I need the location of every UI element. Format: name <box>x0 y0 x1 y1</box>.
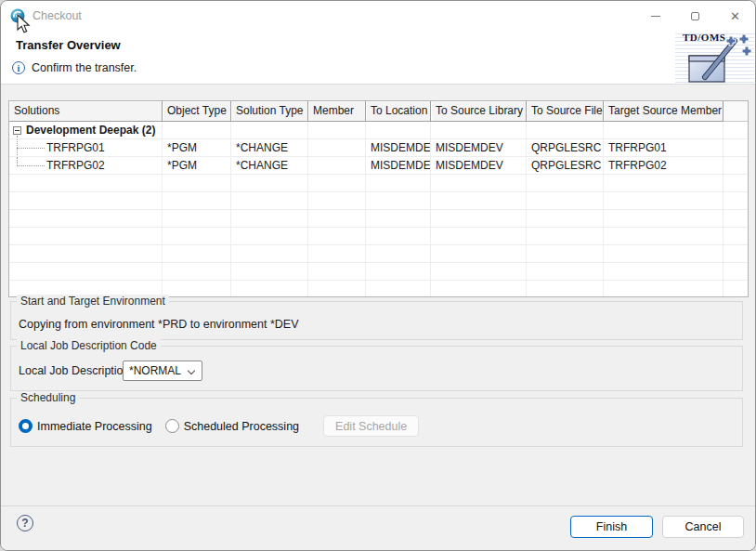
environment-group: Start and Target Environment Copying fro… <box>10 301 743 340</box>
empty-table-row <box>9 175 748 192</box>
cell: *CHANGE <box>231 139 308 157</box>
finish-button[interactable]: Finish <box>570 516 653 538</box>
cell: QRPGLESRC <box>527 139 604 157</box>
radio-icon-scheduled <box>165 419 179 433</box>
cell-filler <box>723 192 748 210</box>
column-header-target-source-member[interactable]: Target Source Member <box>604 101 723 122</box>
cell <box>431 175 527 192</box>
solutions-table: SolutionsObject TypeSolution TypeMemberT… <box>8 100 749 297</box>
environment-group-title: Start and Target Environment <box>17 295 169 308</box>
cell-filler <box>723 175 748 192</box>
table-row-trfrpg02[interactable]: TRFRPG02*PGM*CHANGEMISDEMDEVMISDEMDEVQRP… <box>9 157 748 175</box>
cell <box>604 210 723 228</box>
column-header-solutions[interactable]: Solutions <box>9 101 163 122</box>
cell <box>431 263 527 281</box>
cell <box>527 263 604 281</box>
scheduling-group-title: Scheduling <box>17 391 79 404</box>
column-header-to-location[interactable]: To Location <box>366 101 431 122</box>
cell <box>308 210 366 228</box>
tree-line <box>17 148 45 149</box>
cell <box>308 228 366 245</box>
dialog-header: Transfer Overview i Confirm the transfer… <box>1 31 755 85</box>
cell <box>604 122 723 139</box>
cell <box>9 192 163 210</box>
cell-filler <box>723 281 748 297</box>
column-header-filler <box>723 101 748 122</box>
chevron-down-icon <box>188 367 195 374</box>
cell <box>9 210 163 228</box>
cell <box>366 210 431 228</box>
header-message: Confirm the transfer. <box>32 61 137 74</box>
cell <box>163 122 231 139</box>
cell: *CHANGE <box>231 157 308 175</box>
table-header-row: SolutionsObject TypeSolution TypeMemberT… <box>9 101 748 122</box>
cell <box>9 245 163 263</box>
cell <box>604 175 723 192</box>
column-header-to-source-library[interactable]: To Source Library <box>431 101 527 122</box>
radio-immediate-processing[interactable]: Immediate Processing <box>19 419 152 433</box>
radio-scheduled-processing[interactable]: Scheduled Processing <box>165 419 299 433</box>
cell: TRFRPG01 <box>9 139 163 157</box>
cell <box>308 139 366 157</box>
column-header-object-type[interactable]: Object Type <box>163 101 231 122</box>
cell <box>231 245 308 263</box>
cell <box>604 228 723 245</box>
help-button[interactable]: ? <box>17 515 33 531</box>
close-button[interactable]: ✕ <box>715 1 755 31</box>
job-group-title: Local Job Description Code <box>17 339 161 352</box>
info-icon: i <box>12 61 25 74</box>
cell <box>527 210 604 228</box>
cell-filler <box>723 228 748 245</box>
solution-name: TRFRPG02 <box>46 159 105 172</box>
cell: MISDEMDEV <box>431 139 527 157</box>
job-description-group: Local Job Description Code Local Job Des… <box>10 346 743 391</box>
cell <box>231 228 308 245</box>
column-header-to-source-file[interactable]: To Source File <box>527 101 604 122</box>
table-row-trfrpg01[interactable]: TRFRPG01*PGM*CHANGEMISDEMDEVMISDEMDEVQRP… <box>9 139 748 157</box>
cell <box>308 175 366 192</box>
cell <box>604 192 723 210</box>
cancel-button[interactable]: Cancel <box>662 516 744 538</box>
cell <box>231 122 308 139</box>
job-description-select[interactable]: *NORMAL <box>123 361 202 381</box>
cell-filler <box>723 263 748 281</box>
column-header-member[interactable]: Member <box>308 101 366 122</box>
cell: MISDEMDEV <box>366 157 431 175</box>
tree-group-row[interactable]: Development Deepak (2) <box>9 122 748 139</box>
cell <box>604 245 723 263</box>
cell <box>366 122 431 139</box>
cell <box>163 192 231 210</box>
cell <box>308 245 366 263</box>
tree-line <box>17 165 45 166</box>
cell <box>366 228 431 245</box>
solution-name: TRFRPG01 <box>46 141 105 154</box>
empty-table-row <box>9 192 748 210</box>
cell: Development Deepak (2) <box>9 122 163 139</box>
cell <box>163 263 231 281</box>
cell <box>231 263 308 281</box>
cell <box>231 175 308 192</box>
cell: TRFRPG02 <box>9 157 163 175</box>
empty-table-row <box>9 245 748 263</box>
cell <box>527 175 604 192</box>
minimize-button[interactable] <box>635 1 675 31</box>
radio-icon-immediate <box>19 419 33 433</box>
cell-filler <box>723 139 748 157</box>
maximize-button[interactable] <box>675 1 715 31</box>
cell <box>163 175 231 192</box>
cell <box>527 245 604 263</box>
environment-text: Copying from environment *PRD to environ… <box>19 318 299 331</box>
close-icon: ✕ <box>730 10 740 22</box>
cell <box>366 281 431 297</box>
cell <box>431 245 527 263</box>
cell <box>308 192 366 210</box>
tree-collapse-icon[interactable] <box>13 126 21 135</box>
cell <box>431 210 527 228</box>
cell <box>231 281 308 297</box>
empty-table-row <box>9 228 748 245</box>
column-header-solution-type[interactable]: Solution Type <box>231 101 308 122</box>
page-title: Transfer Overview <box>16 38 121 52</box>
cell-filler <box>723 122 748 139</box>
edit-schedule-button[interactable]: Edit Schedule <box>323 415 419 437</box>
checkout-app-icon <box>10 8 25 23</box>
